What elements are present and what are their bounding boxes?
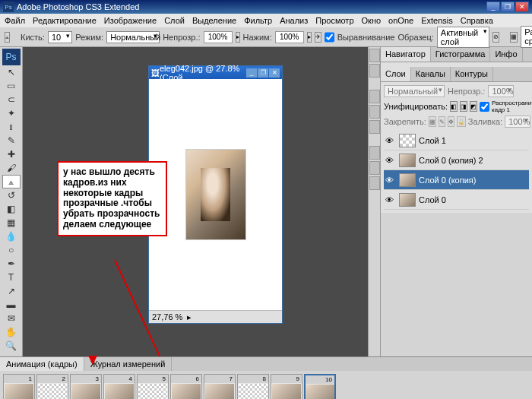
menu-item[interactable]: Extensis [421, 16, 453, 25]
tab-layers[interactable]: Слои [381, 67, 411, 81]
menu-item[interactable]: Справка [461, 16, 493, 25]
layer-name[interactable]: Слой 1 [419, 136, 446, 145]
menu-item[interactable]: Просмотр [315, 16, 353, 25]
dodge-tool[interactable]: ○ [2, 243, 21, 257]
menu-item[interactable]: onOne [388, 16, 413, 25]
aligned-checkbox[interactable] [325, 31, 334, 43]
animation-frame[interactable]: 20,1 сек. ▾ [36, 374, 68, 399]
dock-icon[interactable] [369, 90, 380, 103]
menu-item[interactable]: Изображение [104, 16, 157, 25]
menu-item[interactable]: Фильтр [244, 16, 272, 25]
propagate-checkbox[interactable] [480, 102, 489, 112]
pen-tool[interactable]: ✒ [2, 257, 21, 271]
close-button[interactable]: ✕ [515, 2, 529, 12]
animation-frame[interactable]: 70,1 сек. ▾ [204, 374, 236, 399]
wand-tool[interactable]: ✦ [2, 106, 21, 120]
bridge-icon[interactable]: ▦ [510, 32, 518, 43]
zoom-readout[interactable]: 27,76 % [152, 312, 182, 321]
visibility-icon[interactable]: 👁 [385, 176, 396, 185]
dock-icon[interactable] [369, 176, 380, 190]
doc-max[interactable]: ❐ [258, 68, 268, 78]
blend-mode-select[interactable]: Нормальный [106, 31, 160, 43]
doc-min[interactable]: _ [246, 68, 257, 78]
tab-animation[interactable]: Анимация (кадры) [0, 357, 84, 371]
tab-paths[interactable]: Контуры [451, 67, 493, 81]
lasso-tool[interactable]: ⊂ [2, 93, 21, 106]
unify-icon[interactable]: ◧ [450, 101, 458, 112]
doc-close[interactable]: ✕ [269, 68, 280, 78]
document-canvas[interactable] [149, 79, 282, 310]
document-window[interactable]: 🖼 eleg042.jpg @ 27.8% (Слой... _❐✕ 27,76… [148, 65, 283, 324]
status-icon[interactable]: ▸ [187, 312, 192, 322]
layer-row[interactable]: 👁 Слой 0 [384, 190, 529, 210]
menu-item[interactable]: Анализ [280, 16, 308, 25]
animation-frame[interactable]: 30,1 сек. ▾ [70, 374, 102, 399]
tab-channels[interactable]: Каналы [411, 67, 451, 81]
hand-tool[interactable]: ✋ [2, 325, 21, 339]
blur-tool[interactable]: 💧 [2, 230, 21, 243]
healing-tool[interactable]: ✚ [2, 147, 21, 161]
animation-frame[interactable]: 50,1 сек. ▾ [137, 374, 169, 399]
lock-icon[interactable]: 🔒 [457, 116, 466, 127]
layer-row[interactable]: 👁 Слой 0 (копия) 2 [384, 150, 529, 170]
layer-name[interactable]: Слой 0 [419, 195, 446, 204]
dock-icon[interactable] [369, 120, 380, 134]
layer-name[interactable]: Слой 0 (копия) 2 [419, 156, 483, 165]
shape-tool[interactable]: ▬ [2, 298, 21, 312]
arrow-icon[interactable]: ▸ [236, 32, 240, 43]
dock-icon[interactable] [369, 64, 380, 78]
animation-frame[interactable]: 100,1 ▾ [304, 374, 336, 399]
dock-icon[interactable] [369, 49, 380, 62]
workspace-menu[interactable]: Рабочая среда ▾ [521, 26, 532, 48]
visibility-icon[interactable]: 👁 [385, 195, 396, 204]
unify-icon[interactable]: ◩ [470, 101, 477, 112]
tab-histogram[interactable]: Гистограмма [431, 47, 491, 62]
animation-frame[interactable]: 40,1 сек. ▾ [103, 374, 135, 399]
flow-input[interactable] [275, 31, 304, 43]
unify-icon[interactable]: ◨ [460, 101, 467, 112]
opacity-input[interactable] [204, 31, 233, 43]
menu-item[interactable]: Редактирование [33, 16, 97, 25]
tab-info[interactable]: Инфо [490, 47, 522, 62]
visibility-icon[interactable]: 👁 [385, 156, 396, 165]
type-tool[interactable]: T [2, 271, 21, 284]
lock-icon[interactable]: ▦ [429, 116, 436, 127]
history-brush-tool[interactable]: ↺ [2, 188, 21, 202]
eraser-tool[interactable]: ◧ [2, 202, 21, 216]
notes-tool[interactable]: ✉ [2, 312, 21, 325]
dock-icon[interactable] [369, 105, 380, 119]
tab-navigator[interactable]: Навигатор [381, 47, 431, 62]
dock-icon[interactable] [369, 161, 380, 175]
lock-icon[interactable]: ✥ [448, 116, 454, 127]
maximize-button[interactable]: ❐ [501, 2, 515, 12]
arrow-icon[interactable]: ▸ [307, 32, 312, 43]
layer-row[interactable]: 👁 Слой 0 (копия) [384, 170, 529, 190]
eyedropper-tool[interactable]: ✎ [2, 134, 21, 147]
layer-row[interactable]: 👁 Слой 1 [384, 131, 529, 150]
layer-name[interactable]: Слой 0 (копия) [419, 176, 476, 185]
lock-icon[interactable]: ✎ [439, 116, 445, 127]
marquee-tool[interactable]: ▭ [2, 79, 21, 93]
minimize-button[interactable]: _ [486, 2, 500, 12]
path-tool[interactable]: ↗ [2, 284, 21, 298]
animation-frame[interactable]: 10,1 сек. ▾ [3, 374, 35, 399]
menu-item[interactable]: Выделение [192, 16, 236, 25]
menu-item[interactable]: Слой [164, 16, 185, 25]
document-titlebar[interactable]: 🖼 eleg042.jpg @ 27.8% (Слой... _❐✕ [149, 66, 282, 79]
zoom-tool[interactable]: 🔍 [2, 339, 21, 353]
clone-stamp-tool[interactable]: ⟁ [2, 175, 21, 188]
brush-preset[interactable]: 10 [48, 31, 72, 43]
menu-item[interactable]: Окно [362, 16, 382, 25]
animation-frame[interactable]: 90,1 сек. ▾ [271, 374, 302, 399]
sample-icon[interactable]: ⊘ [492, 32, 499, 43]
brush-tool[interactable]: 🖌 [2, 161, 21, 175]
dock-icon[interactable] [369, 146, 380, 160]
crop-tool[interactable]: ⫾ [2, 120, 21, 134]
visibility-icon[interactable]: 👁 [385, 136, 396, 145]
gradient-tool[interactable]: ▦ [2, 216, 21, 230]
sample-select[interactable]: Активный слой [437, 27, 489, 48]
move-tool[interactable]: ↖ [2, 65, 21, 79]
animation-frame[interactable]: 60,1 сек. ▾ [170, 374, 202, 399]
menu-item[interactable]: Файл [5, 16, 25, 25]
animation-frame[interactable]: 80,1 сек. ▾ [237, 374, 269, 399]
